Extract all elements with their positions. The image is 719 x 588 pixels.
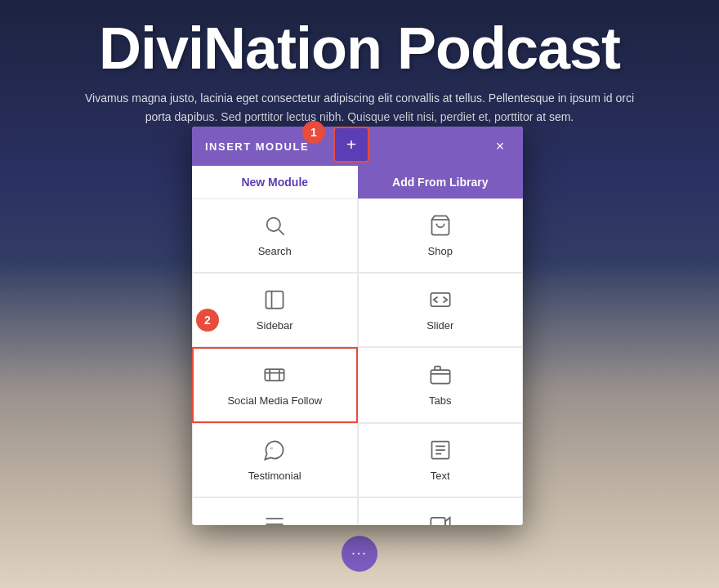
insert-module-dialog: Insert Module × New Module Add From Libr…: [192, 127, 523, 525]
svg-point-0: [267, 218, 280, 231]
module-item-search[interactable]: Search: [192, 198, 358, 273]
module-label-testimonial: Testimonial: [248, 470, 301, 482]
module-label-search: Search: [258, 245, 292, 257]
slider-icon: [429, 288, 452, 314]
module-item-shop[interactable]: Shop: [358, 198, 524, 273]
toggle-icon: [263, 513, 286, 525]
svg-rect-10: [431, 370, 449, 383]
module-label-tabs: Tabs: [429, 394, 451, 407]
add-module-button[interactable]: +: [333, 127, 369, 163]
video-icon: [429, 513, 452, 525]
testimonial-icon: ": [263, 439, 286, 465]
sidebar-icon: [263, 288, 286, 314]
tab-new-module[interactable]: New Module: [192, 166, 358, 198]
module-item-testimonial[interactable]: " Testimonial: [192, 423, 358, 497]
tabs-icon: [429, 363, 452, 390]
svg-rect-3: [266, 292, 284, 309]
step-1-badge: 1: [302, 121, 325, 144]
modal-overlay: Insert Module × New Module Add From Libr…: [0, 0, 719, 588]
module-label-shop: Shop: [428, 245, 453, 257]
social-media-follow-icon: [263, 363, 286, 390]
search-icon: [263, 214, 286, 240]
tab-add-from-library[interactable]: Add From Library: [358, 166, 524, 198]
svg-marker-20: [445, 518, 450, 525]
module-item-toggle[interactable]: Toggle: [192, 497, 358, 525]
module-item-sidebar[interactable]: Sidebar: [192, 273, 358, 347]
module-label-text: Text: [431, 470, 450, 482]
module-label-social-media-follow: Social Media Follow: [227, 394, 322, 407]
step-2-badge: 2: [196, 309, 219, 332]
dialog-close-button[interactable]: ×: [490, 136, 510, 156]
shop-icon: [429, 214, 452, 240]
dialog-title: Insert Module: [205, 140, 309, 153]
svg-line-1: [279, 229, 284, 234]
text-icon: [429, 439, 452, 465]
svg-rect-6: [266, 369, 284, 381]
tab-bar: New Module Add From Library: [192, 166, 523, 198]
svg-text:": ": [270, 447, 273, 455]
module-item-text[interactable]: Text: [358, 423, 524, 497]
module-label-slider: Slider: [426, 319, 453, 332]
module-label-sidebar: Sidebar: [257, 319, 293, 332]
module-item-video[interactable]: Video: [358, 497, 524, 525]
module-grid: Search Shop: [192, 198, 523, 525]
module-item-social-media-follow[interactable]: Social Media Follow: [192, 347, 358, 423]
module-item-tabs[interactable]: Tabs: [358, 347, 524, 423]
plus-icon: +: [346, 136, 357, 154]
svg-rect-19: [431, 518, 445, 525]
module-item-slider[interactable]: Slider: [358, 273, 524, 347]
